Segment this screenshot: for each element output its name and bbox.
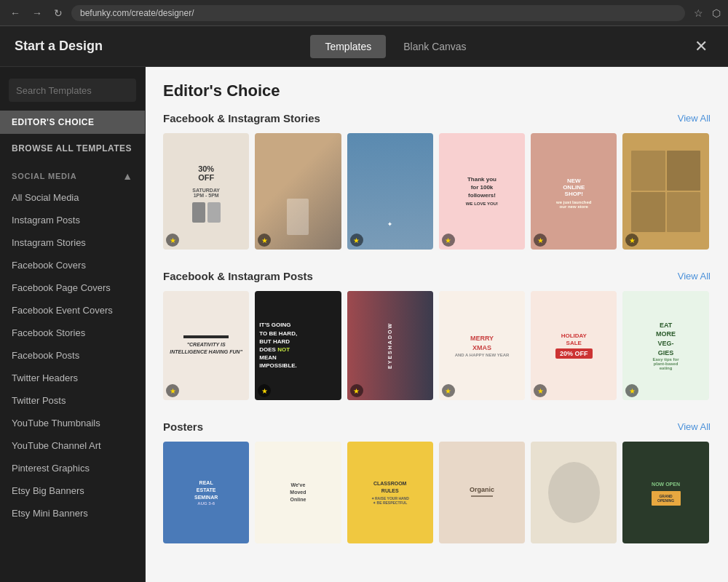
stories-view-all[interactable]: View All: [678, 113, 711, 124]
posters-section-header: Posters View All: [163, 420, 711, 433]
sidebar-item-facebook-stories[interactable]: Facebook Stories: [0, 322, 145, 344]
star-badge: ★: [350, 384, 363, 397]
template-card[interactable]: We'veMovedOnline: [255, 442, 341, 543]
stories-section-header: Facebook & Instagram Stories View All: [163, 112, 711, 124]
star-badge: ★: [350, 234, 363, 247]
template-card[interactable]: ✦ ★: [347, 133, 433, 250]
star-badge: ★: [166, 384, 179, 397]
star-badge: ★: [442, 234, 455, 247]
template-card[interactable]: EYESHADOW ★: [347, 291, 433, 400]
sidebar-item-twitter-posts[interactable]: Twitter Posts: [0, 389, 145, 412]
modal-body: 🔍 EDITOR'S CHOICE BROWSE ALL TEMPLATES S…: [0, 67, 728, 582]
modal-title: Start a Design: [15, 39, 103, 54]
sidebar-item-all-social-media[interactable]: All Social Media: [0, 186, 145, 209]
address-bar[interactable]: [71, 5, 685, 21]
tab-templates[interactable]: Templates: [310, 35, 386, 58]
sidebar-section-label: SOCIAL MEDIA: [12, 172, 76, 180]
star-badge: ★: [442, 384, 455, 397]
browser-bar: ← → ↻ ☆ ⬡: [0, 0, 728, 26]
template-card[interactable]: [531, 442, 617, 543]
star-badge: ★: [534, 384, 547, 397]
template-card[interactable]: 30%OFF SATURDAY1PM - 5PM ★: [163, 133, 249, 250]
posters-section: Posters View All REALESTATESEMINAR AUG 3…: [163, 420, 711, 543]
sidebar: 🔍 EDITOR'S CHOICE BROWSE ALL TEMPLATES S…: [0, 67, 146, 582]
posters-section-title: Posters: [163, 420, 203, 433]
template-card[interactable]: IT'S GOINGTO BE HARD,BUT HARDDOES NOTMEA…: [255, 291, 341, 400]
template-card[interactable]: NOW OPEN GRANDOPENING: [622, 442, 708, 543]
star-badge: ★: [166, 234, 179, 247]
modal-tabs: Templates Blank Canvas: [310, 35, 480, 58]
refresh-button[interactable]: ↻: [51, 6, 66, 20]
template-card[interactable]: "CREATIVITY IS INTELLIGENCE HAVING FUN" …: [163, 291, 249, 400]
sidebar-item-browse-all[interactable]: BROWSE ALL TEMPLATES: [0, 137, 145, 160]
tab-blank-canvas[interactable]: Blank Canvas: [389, 35, 480, 58]
template-card[interactable]: ★: [255, 133, 341, 250]
template-card[interactable]: MERRYXMAS AND A HAPPY NEW YEAR ★: [439, 291, 525, 400]
stories-grid: 30%OFF SATURDAY1PM - 5PM ★: [163, 133, 711, 250]
template-card[interactable]: NEWONLINESHOP! we just launchedour new s…: [531, 133, 617, 250]
posts-section: Facebook & Instagram Posts View All "CRE…: [163, 270, 711, 400]
template-card[interactable]: REALESTATESEMINAR AUG 3-6: [163, 442, 249, 543]
sidebar-item-pinterest-graphics[interactable]: Pinterest Graphics: [0, 457, 145, 479]
search-input[interactable]: [9, 79, 136, 102]
close-button[interactable]: ✕: [689, 34, 713, 59]
sidebar-section-social-media: SOCIAL MEDIA ▲: [0, 160, 145, 186]
search-container: 🔍: [9, 79, 136, 102]
modal: Start a Design Templates Blank Canvas ✕ …: [0, 26, 728, 582]
sidebar-item-etsy-mini-banners[interactable]: Etsy Mini Banners: [0, 502, 145, 525]
template-card[interactable]: ★: [622, 133, 708, 250]
sidebar-item-etsy-big-banners[interactable]: Etsy Big Banners: [0, 479, 145, 502]
sidebar-item-facebook-page-covers[interactable]: Facebook Page Covers: [0, 276, 145, 299]
main-content: Editor's Choice Facebook & Instagram Sto…: [146, 67, 728, 582]
sidebar-item-facebook-posts[interactable]: Facebook Posts: [0, 344, 145, 367]
sidebar-item-facebook-event-covers[interactable]: Facebook Event Covers: [0, 299, 145, 322]
page-title: Editor's Choice: [163, 81, 711, 100]
sidebar-item-instagram-stories[interactable]: Instagram Stories: [0, 231, 145, 254]
sidebar-item-editors-choice[interactable]: EDITOR'S CHOICE: [0, 111, 145, 134]
posts-grid: "CREATIVITY IS INTELLIGENCE HAVING FUN" …: [163, 291, 711, 400]
sidebar-item-twitter-headers[interactable]: Twitter Headers: [0, 367, 145, 389]
posts-view-all[interactable]: View All: [678, 271, 711, 282]
stories-section: Facebook & Instagram Stories View All 30…: [163, 112, 711, 250]
modal-overlay: Start a Design Templates Blank Canvas ✕ …: [0, 26, 728, 582]
sidebar-item-instagram-posts[interactable]: Instagram Posts: [0, 209, 145, 231]
bookmark-icon: ☆: [694, 7, 703, 19]
template-card[interactable]: Thank youfor 100kfollowers!WE LOVE YOU! …: [439, 133, 525, 250]
extension-icon: ⬡: [712, 7, 721, 19]
sidebar-item-youtube-channel-art[interactable]: YouTube Channel Art: [0, 434, 145, 457]
posts-section-header: Facebook & Instagram Posts View All: [163, 270, 711, 282]
template-card[interactable]: EATMOREVEG-GIES Easy tips forplant-based…: [622, 291, 708, 400]
posters-view-all[interactable]: View All: [678, 421, 711, 432]
stories-section-title: Facebook & Instagram Stories: [163, 112, 320, 124]
modal-header: Start a Design Templates Blank Canvas ✕: [0, 26, 728, 67]
star-badge: ★: [534, 234, 547, 247]
template-card[interactable]: Organic: [439, 442, 525, 543]
posters-grid: REALESTATESEMINAR AUG 3-6 We'veMovedOnli…: [163, 442, 711, 543]
chevron-up-icon: ▲: [122, 170, 133, 182]
sidebar-item-youtube-thumbnails[interactable]: YouTube Thumbnails: [0, 412, 145, 434]
posts-section-title: Facebook & Instagram Posts: [163, 270, 313, 282]
template-card[interactable]: CLASSROOMRULES ✦ RAISE YOUR HAND ✦ BE RE…: [347, 442, 433, 543]
template-card[interactable]: HOLIDAYSALE 20% OFF ★: [531, 291, 617, 400]
back-button[interactable]: ←: [7, 6, 23, 20]
sidebar-item-facebook-covers[interactable]: Facebook Covers: [0, 254, 145, 276]
forward-button[interactable]: →: [29, 6, 45, 20]
